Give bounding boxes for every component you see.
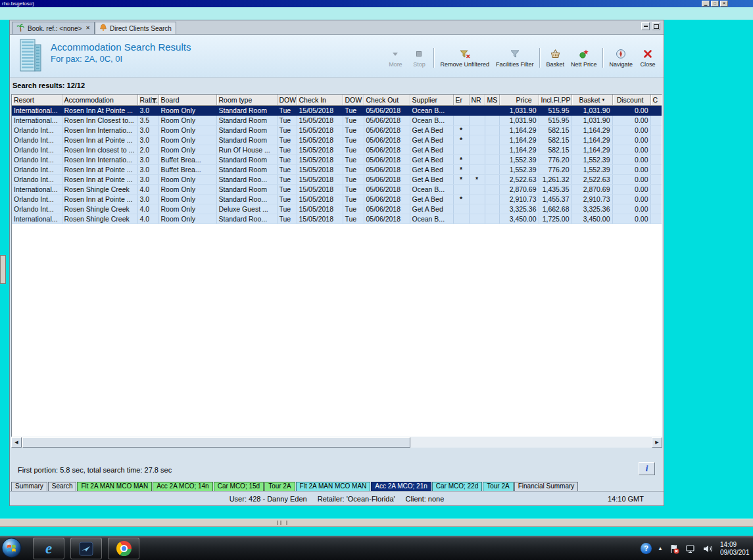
drag-grip-icon[interactable] bbox=[277, 521, 287, 525]
bottom-tab-financial-summary-10[interactable]: Financial Summary bbox=[514, 482, 579, 492]
clock-time: 14:09 bbox=[720, 541, 753, 549]
more-button[interactable]: More bbox=[383, 48, 407, 68]
bottom-tab-tour-2a-9[interactable]: Tour 2A bbox=[483, 482, 513, 492]
minimize-button[interactable]: ▁ bbox=[702, 1, 710, 7]
info-button[interactable]: i bbox=[639, 462, 655, 475]
nett-price-button[interactable]: Nett Price bbox=[568, 48, 600, 68]
cell bbox=[453, 214, 469, 224]
scroll-left-button[interactable]: ◀ bbox=[11, 437, 22, 448]
cell: * bbox=[453, 126, 469, 135]
table-row[interactable]: Orlando Int...Rosen Inn Internatio...3.0… bbox=[12, 155, 662, 165]
start-button[interactable] bbox=[1, 538, 22, 558]
bottom-tab-flt-2a-man-mco-man-6[interactable]: Flt 2A MAN MCO MAN bbox=[296, 482, 371, 492]
taskbar-button-internet-explorer[interactable]: e bbox=[33, 538, 64, 559]
bottom-tab-search-1[interactable]: Search bbox=[48, 482, 77, 492]
column-header-dow[interactable]: DOW bbox=[277, 95, 297, 106]
maximize-button[interactable]: □ bbox=[711, 1, 719, 7]
column-label: Room type bbox=[219, 96, 253, 104]
column-header-price[interactable]: Price bbox=[499, 95, 539, 106]
basket-button[interactable]: Basket bbox=[543, 48, 568, 68]
column-header-basket[interactable]: Basket▼ bbox=[571, 95, 612, 106]
action-center-flag-icon[interactable] bbox=[669, 544, 679, 554]
tab-direct-clients-search[interactable]: Direct Clients Search bbox=[95, 22, 176, 34]
bottom-tab-acc-2a-mco-14n-3[interactable]: Acc 2A MCO; 14n bbox=[153, 482, 212, 492]
cell: 05/06/2018 bbox=[364, 106, 410, 116]
taskbar-button-travel-app[interactable] bbox=[70, 538, 102, 559]
taskbar-clock[interactable]: 14:09 09/03/201 bbox=[720, 541, 753, 557]
column-header-board[interactable]: Board bbox=[158, 95, 216, 106]
cell: 515.95 bbox=[539, 116, 571, 126]
table-row[interactable]: Orlando Int...Rosen Shingle Creek4.0Room… bbox=[12, 204, 662, 214]
column-header-accommodation[interactable]: Accommodation bbox=[62, 95, 137, 106]
results-grid[interactable]: ResortAccommodationRati...BoardRoom type… bbox=[11, 94, 662, 437]
remove-unfiltered-button[interactable]: Remove Unfiltered bbox=[437, 48, 493, 68]
desktop-toolbar-strip[interactable] bbox=[0, 519, 753, 527]
column-filter-icon[interactable] bbox=[151, 97, 157, 105]
table-row[interactable]: Orlando Int...Rosen Inn at Pointe ...3.0… bbox=[12, 135, 662, 145]
column-header-er[interactable]: Er bbox=[453, 95, 469, 106]
volume-icon[interactable] bbox=[702, 544, 713, 554]
network-icon[interactable] bbox=[685, 544, 696, 554]
bottom-tab-summary-0[interactable]: Summary bbox=[11, 482, 47, 492]
table-row[interactable]: Orlando Int...Rosen Inn at Pointe ...3.0… bbox=[12, 175, 662, 185]
collapse-panel-button[interactable] bbox=[641, 22, 650, 30]
bottom-tab-car-mco-22d-8[interactable]: Car MCO; 22d bbox=[432, 482, 482, 492]
table-row[interactable]: Orlando Int...Rosen Inn at Pointe ...3.0… bbox=[12, 165, 662, 175]
restore-panel-button[interactable] bbox=[652, 22, 660, 30]
column-header-dow[interactable]: DOW bbox=[343, 95, 364, 106]
cell bbox=[469, 165, 485, 175]
column-header-ms[interactable]: MS bbox=[485, 95, 499, 106]
column-header-supplier[interactable]: Supplier bbox=[410, 95, 453, 106]
table-row[interactable]: Orlando Int...Rosen Inn Internatio...3.0… bbox=[12, 126, 662, 135]
column-header-check-in[interactable]: Check In bbox=[297, 95, 343, 106]
stop-button[interactable]: Stop bbox=[407, 48, 431, 68]
cell: Standard Room bbox=[216, 116, 277, 126]
cell: Room Only bbox=[158, 106, 216, 116]
navigate-icon bbox=[616, 48, 626, 59]
collapsed-panel-handle[interactable] bbox=[0, 255, 6, 284]
help-icon[interactable]: ? bbox=[641, 543, 652, 554]
taskbar-button-chrome[interactable] bbox=[108, 538, 139, 559]
navigate-button[interactable]: Navigate bbox=[606, 48, 636, 68]
cell: 776.20 bbox=[539, 165, 571, 175]
facilities-filter-button[interactable]: Facilities Filter bbox=[493, 48, 537, 68]
cell: 15/05/2018 bbox=[297, 165, 343, 175]
column-header-room-type[interactable]: Room type bbox=[216, 95, 277, 106]
cell: 1,552.39 bbox=[571, 155, 612, 165]
close-button-toolbar[interactable]: Close bbox=[636, 48, 660, 68]
table-row[interactable]: International...Rosen Shingle Creek4.0Ro… bbox=[12, 214, 662, 224]
cell: 0.00 bbox=[612, 106, 650, 116]
table-row[interactable]: Orlando Int...Rosen Inn closest to ...2.… bbox=[12, 145, 662, 155]
internet-explorer-icon: e bbox=[45, 541, 52, 556]
cell bbox=[469, 106, 485, 116]
cell bbox=[485, 175, 499, 185]
cell bbox=[650, 214, 662, 224]
close-button[interactable]: ✕ bbox=[720, 1, 728, 7]
cell: 1,164.29 bbox=[571, 145, 612, 155]
table-row[interactable]: International...Rosen Inn Closest to...3… bbox=[12, 116, 662, 126]
results-table[interactable]: ResortAccommodationRati...BoardRoom type… bbox=[12, 95, 662, 224]
column-header-check-out[interactable]: Check Out bbox=[364, 95, 410, 106]
cell: Room Only bbox=[158, 204, 216, 214]
scroll-right-button[interactable]: ▶ bbox=[652, 437, 662, 448]
column-header-c[interactable]: C bbox=[650, 95, 662, 106]
column-header-incl-fl-pp[interactable]: Incl.Fl.PP bbox=[539, 95, 571, 106]
table-row[interactable]: Orlando Int...Rosen Inn at Pointe ...3.0… bbox=[12, 195, 662, 204]
tab-close-icon[interactable]: ✕ bbox=[85, 26, 90, 31]
horizontal-scrollbar[interactable]: ◀ ▶ bbox=[11, 437, 662, 448]
table-row[interactable]: International...Rosen Inn At Pointe ...3… bbox=[12, 106, 662, 116]
bottom-tab-tour-2a-5[interactable]: Tour 2A bbox=[264, 482, 295, 492]
bottom-tab-car-mco-15d-4[interactable]: Car MCO; 15d bbox=[214, 482, 264, 492]
cell: Room Only bbox=[158, 126, 216, 135]
column-header-discount[interactable]: Discount bbox=[612, 95, 650, 106]
table-row[interactable]: International...Rosen Shingle Creek4.0Ro… bbox=[12, 185, 662, 195]
tab-booking-ref[interactable]: Book. ref.: <none> ✕ bbox=[12, 22, 95, 34]
column-header-rati[interactable]: Rati... bbox=[137, 95, 158, 106]
column-header-nr[interactable]: NR bbox=[469, 95, 485, 106]
hidden-icons-chevron-icon[interactable]: ▲ bbox=[658, 546, 663, 552]
column-header-resort[interactable]: Resort bbox=[12, 95, 62, 106]
window-titlebar[interactable]: rho.bsgetoso) ▁ □ ✕ bbox=[0, 0, 753, 7]
bottom-tab-acc-2a-mco-21n-7[interactable]: Acc 2A MCO; 21n bbox=[371, 482, 431, 492]
bottom-tab-flt-2a-man-mco-man-2[interactable]: Flt 2A MAN MCO MAN bbox=[77, 482, 152, 492]
scrollbar-thumb[interactable] bbox=[22, 437, 410, 448]
